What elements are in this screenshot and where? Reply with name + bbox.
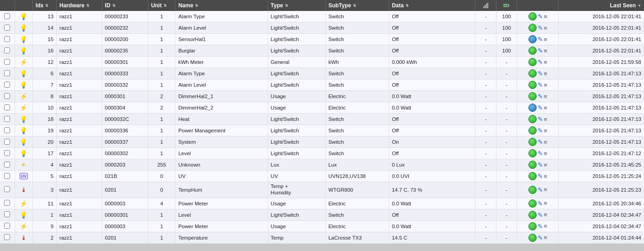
row-checkbox-cell[interactable] (0, 34, 15, 45)
row-checkbox-cell[interactable] (0, 22, 15, 34)
row-checkbox-cell[interactable] (0, 68, 15, 79)
edit-button[interactable]: ✎ (538, 116, 543, 122)
row-checkbox-cell[interactable] (0, 159, 15, 171)
edit-button[interactable]: ✎ (538, 187, 543, 193)
log-button[interactable]: ≡ (544, 151, 548, 157)
log-button[interactable]: ≡ (544, 212, 548, 218)
col-header-sub[interactable]: SubType⇅ (325, 0, 389, 11)
status-button[interactable] (528, 69, 537, 78)
edit-button[interactable]: ✎ (538, 139, 543, 145)
status-button[interactable] (528, 12, 537, 21)
status-button[interactable] (528, 211, 537, 219)
log-button[interactable]: ≡ (544, 139, 548, 145)
log-button[interactable]: ≡ (544, 25, 548, 31)
row-checkbox-cell[interactable] (0, 182, 15, 198)
log-button[interactable]: ≡ (544, 235, 548, 241)
log-button[interactable]: ≡ (544, 48, 548, 54)
log-button[interactable]: ≡ (544, 37, 548, 42)
edit-button[interactable]: ✎ (538, 105, 543, 111)
edit-button[interactable]: ✎ (538, 200, 543, 207)
status-button[interactable] (528, 149, 537, 157)
row-checkbox[interactable] (4, 82, 10, 88)
status-button[interactable] (528, 172, 537, 180)
edit-button[interactable]: ✎ (538, 150, 543, 157)
log-button[interactable]: ≡ (544, 187, 548, 193)
row-checkbox[interactable] (4, 116, 10, 122)
col-header-idx[interactable]: Idx⇅ (32, 0, 56, 11)
row-checkbox[interactable] (4, 25, 10, 31)
row-checkbox-cell[interactable] (0, 171, 15, 182)
log-button[interactable]: ≡ (544, 94, 548, 99)
edit-button[interactable]: ✎ (538, 59, 543, 65)
col-header-lastseen[interactable]: Last Seen ▼ (559, 0, 644, 11)
status-button[interactable] (528, 138, 537, 146)
status-button[interactable] (528, 126, 537, 135)
row-checkbox[interactable] (4, 186, 10, 192)
col-header-unit[interactable]: Unit⇅ (148, 0, 175, 11)
row-checkbox-cell[interactable] (0, 91, 15, 102)
col-header-id[interactable]: ID⇅ (102, 0, 148, 11)
row-checkbox[interactable] (4, 223, 10, 229)
log-button[interactable]: ≡ (544, 82, 548, 88)
edit-button[interactable]: ✎ (538, 82, 543, 88)
status-button[interactable] (528, 115, 537, 123)
log-button[interactable]: ≡ (544, 173, 548, 179)
log-button[interactable]: ≡ (544, 223, 548, 229)
status-button[interactable] (528, 47, 537, 55)
row-checkbox-cell[interactable] (0, 125, 15, 136)
row-checkbox-cell[interactable] (0, 11, 15, 22)
edit-button[interactable]: ✎ (538, 212, 543, 218)
row-checkbox[interactable] (4, 59, 10, 65)
row-checkbox[interactable] (4, 70, 10, 76)
row-checkbox[interactable] (4, 173, 10, 179)
edit-button[interactable]: ✎ (538, 25, 543, 31)
globe-button[interactable] (528, 35, 537, 43)
col-header-type[interactable]: Type⇅ (268, 0, 325, 11)
log-button[interactable]: ≡ (544, 116, 548, 122)
edit-button[interactable]: ✎ (538, 173, 543, 179)
row-checkbox[interactable] (4, 93, 10, 99)
row-checkbox-cell[interactable] (0, 136, 15, 148)
row-checkbox-cell[interactable] (0, 232, 15, 243)
status-button[interactable] (528, 24, 537, 32)
row-checkbox[interactable] (4, 162, 10, 167)
row-checkbox[interactable] (4, 139, 10, 145)
row-checkbox-cell[interactable] (0, 79, 15, 91)
row-checkbox-cell[interactable] (0, 198, 15, 209)
edit-button[interactable]: ✎ (538, 223, 543, 230)
log-button[interactable]: ≡ (544, 59, 548, 65)
edit-button[interactable]: ✎ (538, 36, 543, 42)
row-checkbox-cell[interactable] (0, 45, 15, 57)
edit-button[interactable]: ✎ (538, 70, 543, 77)
row-checkbox[interactable] (4, 36, 10, 42)
row-checkbox-cell[interactable] (0, 57, 15, 68)
log-button[interactable]: ≡ (544, 14, 548, 20)
edit-button[interactable]: ✎ (538, 127, 543, 134)
status-button[interactable] (528, 58, 537, 66)
row-checkbox[interactable] (4, 234, 10, 240)
status-button[interactable] (528, 199, 537, 208)
row-checkbox-cell[interactable] (0, 114, 15, 125)
col-header-batt[interactable] (496, 0, 517, 11)
row-checkbox[interactable] (4, 47, 10, 53)
col-header-signal[interactable] (475, 0, 496, 11)
row-checkbox[interactable] (4, 150, 10, 156)
log-button[interactable]: ≡ (544, 200, 548, 206)
log-button[interactable]: ≡ (544, 71, 548, 77)
row-checkbox-cell[interactable] (0, 209, 15, 220)
edit-button[interactable]: ✎ (538, 162, 543, 168)
log-button[interactable]: ≡ (544, 128, 548, 134)
status-button[interactable] (528, 222, 537, 230)
edit-button[interactable]: ✎ (538, 13, 543, 20)
col-header-hw[interactable]: Hardware⇅ (57, 0, 102, 11)
row-checkbox[interactable] (4, 105, 10, 110)
row-checkbox[interactable] (4, 127, 10, 133)
edit-button[interactable]: ✎ (538, 93, 543, 99)
status-button[interactable] (528, 161, 537, 169)
col-header-data[interactable]: Data⇅ (389, 0, 475, 11)
row-checkbox[interactable] (4, 200, 10, 206)
row-checkbox-cell[interactable] (0, 102, 15, 114)
edit-button[interactable]: ✎ (538, 47, 543, 54)
status-button[interactable] (528, 81, 537, 89)
col-header-name[interactable]: Name⇅ (175, 0, 268, 11)
